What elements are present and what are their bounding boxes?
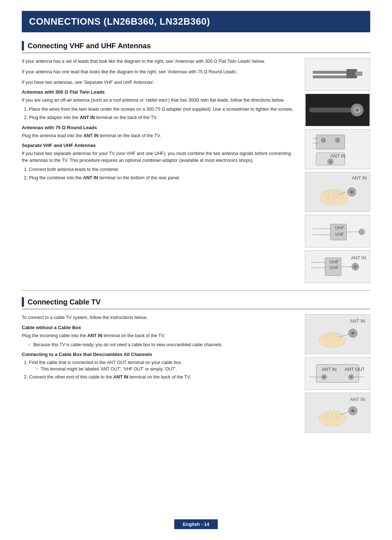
cable-box-step2: Connect the other end of this cable to t…: [29, 374, 298, 381]
diagram-cable-ant-in: ANT IN: [305, 314, 370, 354]
svg-text:ANT OUT: ANT OUT: [345, 367, 365, 372]
svg-text:ANT IN: ANT IN: [322, 367, 336, 372]
svg-rect-25: [325, 191, 329, 199]
cable-ant-svg: ANT IN: [305, 315, 370, 354]
note-text-2: This terminal might be labeled 'ANT OUT'…: [41, 366, 177, 372]
svg-point-65: [323, 376, 325, 378]
cable-box-step1: Find the cable that is connected to the …: [29, 359, 298, 373]
svg-point-30: [350, 190, 354, 194]
svg-rect-13: [316, 135, 345, 149]
svg-rect-6: [309, 107, 352, 112]
page-wrapper: CONNECTIONS (LN26B360, LN32B360) Connect…: [0, 0, 392, 540]
diagram-flat-antenna: [305, 58, 370, 91]
combiner-ant-svg: UHF VHF ANT IN: [305, 251, 370, 283]
diagram-ant-in-plug: ANT IN: [305, 172, 370, 212]
svg-point-21: [329, 160, 331, 163]
adapter-svg: ANT IN: [305, 130, 370, 169]
cable-box-tv-svg: ANT IN: [305, 393, 370, 432]
svg-rect-2: [313, 75, 348, 78]
svg-text:VHF: VHF: [330, 265, 339, 270]
svg-point-59: [351, 331, 355, 335]
diagram-cable-box-tv: ANT IN: [305, 393, 370, 433]
ant-in-out-svg: ANT IN ANT OUT: [305, 357, 370, 389]
cable-intro: To connect to a cable TV system, follow …: [22, 314, 298, 321]
diagram-combiner-ant-in: UHF VHF ANT IN: [305, 250, 370, 283]
svg-text:ANT IN: ANT IN: [352, 175, 367, 181]
intro3-text: If you have two antennas, see 'Separate …: [22, 79, 298, 86]
svg-text:ANT IN: ANT IN: [350, 318, 365, 324]
section2-content: To connect to a cable TV system, follow …: [22, 314, 370, 433]
page-title: CONNECTIONS (LN26B360, LN32B360): [29, 16, 363, 27]
svg-point-9: [356, 109, 359, 111]
diagram-ant-in-ant-out: ANT IN ANT OUT: [305, 357, 370, 390]
section1-header: Connecting VHF and UHF Antennas: [22, 41, 370, 53]
section2-title: Connecting Cable TV: [28, 298, 101, 306]
combiner-svg: UHF VHF: [305, 215, 370, 247]
svg-rect-56: [337, 333, 340, 341]
section1-text: If your antenna has a set of leads that …: [22, 58, 298, 283]
section-vhf-uhf: Connecting VHF and UHF Antennas If your …: [22, 41, 370, 283]
section-cable-tv: Connecting Cable TV To connect to a cabl…: [22, 297, 370, 433]
sub3-steps: Connect both antenna leads to the combin…: [29, 166, 298, 181]
svg-point-67: [350, 376, 352, 378]
note-icon-2: ☞: [35, 366, 38, 372]
cable-box-steps: Find the cable that is connected to the …: [29, 359, 298, 381]
intro1-text: If your antenna has a set of leads that …: [22, 58, 298, 65]
svg-rect-76: [337, 411, 340, 420]
cable-box-descramble-title: Connecting to a Cable Box that Descrambl…: [22, 352, 298, 357]
svg-rect-4: [355, 71, 363, 76]
sub3-step2: Plug the combiner into the ANT IN termin…: [29, 175, 298, 181]
diagram-vhf-uhf-combiner: UHF VHF: [305, 215, 370, 248]
flat-antenna-svg: [305, 58, 370, 90]
svg-text:ANT IN: ANT IN: [350, 397, 365, 402]
svg-point-24: [320, 189, 348, 205]
svg-rect-55: [332, 332, 336, 341]
sub1-steps: Place the wires from the twin leads unde…: [29, 106, 298, 121]
section2-header: Connecting Cable TV: [22, 297, 370, 309]
footer-label: English - 14: [183, 521, 209, 527]
note-icon-1: ☞: [28, 341, 31, 348]
svg-text:UHF: UHF: [330, 259, 339, 265]
svg-text:ANT IN: ANT IN: [351, 255, 366, 261]
round-cable-svg: [305, 94, 370, 126]
footer-badge: English - 14: [174, 519, 218, 529]
svg-point-14: [321, 138, 326, 143]
svg-text:UHF: UHF: [335, 225, 344, 230]
cable-box-note: ☞ This terminal might be labeled 'ANT OU…: [35, 366, 298, 372]
footer: English - 14: [0, 519, 392, 529]
sub1-body: If you are using an off-air antenna (suc…: [22, 97, 298, 104]
section1-content: If your antenna has a set of leads that …: [22, 58, 370, 283]
section2-text: To connect to a cable TV system, follow …: [22, 314, 298, 433]
diagram-round-cable: [305, 94, 370, 126]
svg-text:ANT IN: ANT IN: [330, 153, 346, 159]
svg-point-49: [354, 265, 357, 268]
ant-in-plug-svg: ANT IN: [305, 172, 370, 212]
sub2-body: Plug the antenna lead into the ANT IN te…: [22, 132, 298, 139]
svg-rect-54: [328, 332, 331, 341]
sub3-title: Separate VHF and UHF Antennas: [22, 143, 298, 148]
section1-title: Connecting VHF and UHF Antennas: [28, 42, 151, 50]
svg-rect-74: [328, 410, 331, 420]
svg-point-15: [335, 138, 340, 143]
intro2-text: If your antenna has one lead that looks …: [22, 69, 298, 75]
svg-rect-27: [334, 189, 338, 199]
svg-rect-75: [332, 410, 336, 420]
title-banner: CONNECTIONS (LN26B360, LN32B360): [22, 11, 370, 32]
sub3-body: If you have two separate antennas for yo…: [22, 150, 298, 164]
section1-diagrams: ANT IN ANT IN: [305, 58, 370, 283]
svg-point-52: [319, 333, 346, 347]
svg-rect-1: [313, 71, 348, 74]
section2-diagrams: ANT IN: [305, 314, 370, 433]
svg-rect-53: [324, 334, 327, 341]
svg-point-39: [359, 229, 365, 235]
svg-point-79: [351, 409, 355, 413]
svg-point-72: [319, 412, 346, 426]
cable-no-box-title: Cable without a Cable Box: [22, 325, 298, 330]
svg-text:VHF: VHF: [335, 232, 344, 237]
cable-no-box-body: Plug the incoming cable into the ANT IN …: [22, 332, 298, 339]
sub2-title: Antennas with 75 Ω Round Leads: [22, 125, 298, 130]
note-text-1: Because this TV is cable-ready, you do n…: [33, 341, 222, 348]
sub1-step1: Place the wires from the twin leads unde…: [29, 106, 298, 113]
cable-no-box-note: ☞ Because this TV is cable-ready, you do…: [28, 341, 298, 348]
svg-rect-26: [330, 189, 333, 199]
